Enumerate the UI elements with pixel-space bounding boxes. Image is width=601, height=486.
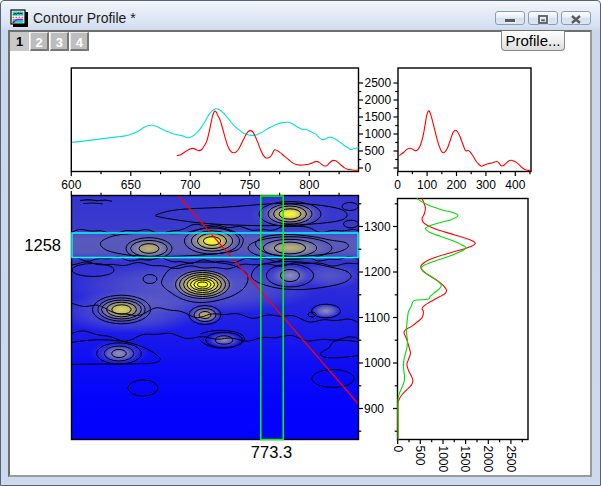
svg-text:1000: 1000 — [364, 356, 391, 370]
svg-text:1000: 1000 — [365, 127, 392, 141]
svg-text:650: 650 — [121, 178, 141, 192]
svg-text:750: 750 — [240, 178, 260, 192]
svg-text:1258: 1258 — [24, 236, 61, 254]
svg-text:200: 200 — [446, 178, 466, 192]
svg-text:2500: 2500 — [365, 76, 392, 90]
svg-text:0: 0 — [394, 178, 401, 192]
svg-text:600: 600 — [61, 178, 81, 192]
svg-text:800: 800 — [299, 178, 319, 192]
svg-text:2000: 2000 — [365, 93, 392, 107]
svg-text:700: 700 — [180, 178, 200, 192]
svg-text:1300: 1300 — [364, 220, 391, 234]
svg-text:1000: 1000 — [436, 446, 450, 473]
svg-text:400: 400 — [505, 178, 525, 192]
svg-text:0: 0 — [391, 446, 405, 453]
svg-text:1200: 1200 — [364, 265, 391, 279]
svg-text:2000: 2000 — [481, 446, 495, 473]
svg-text:500: 500 — [413, 446, 427, 466]
svg-text:300: 300 — [476, 178, 496, 192]
svg-text:100: 100 — [417, 178, 437, 192]
svg-text:1500: 1500 — [365, 110, 392, 124]
svg-text:2500: 2500 — [504, 446, 518, 473]
svg-text:0: 0 — [365, 161, 372, 175]
svg-text:1100: 1100 — [364, 311, 390, 325]
svg-text:900: 900 — [364, 402, 384, 416]
svg-text:500: 500 — [365, 144, 385, 158]
svg-text:773.3: 773.3 — [251, 443, 292, 461]
svg-text:1500: 1500 — [458, 446, 472, 473]
